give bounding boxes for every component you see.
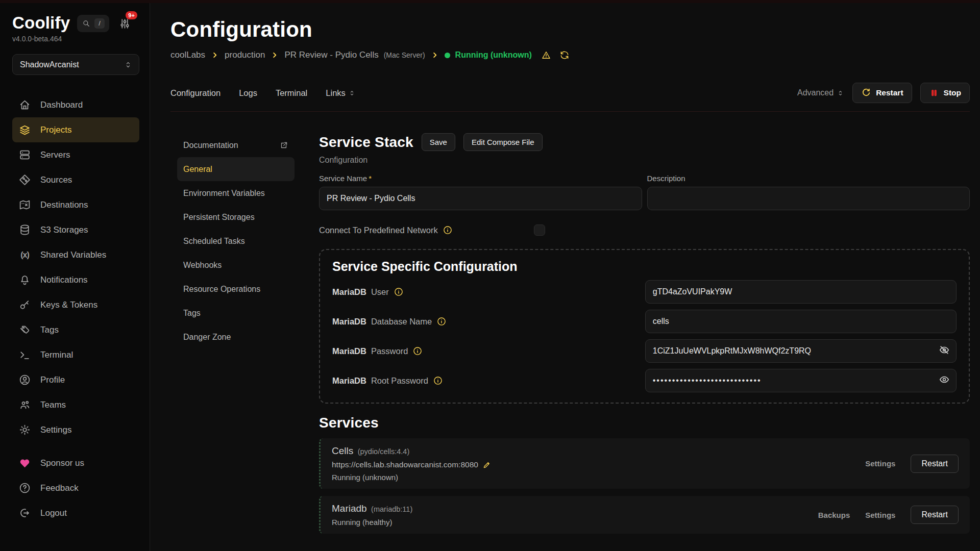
subnav-item-tags[interactable]: Tags	[177, 301, 295, 325]
search-icon	[82, 19, 91, 28]
sidebar-item-sponsor[interactable]: Sponsor us	[12, 450, 139, 475]
service-name-row: Mariadb (mariadb:11)	[332, 503, 412, 514]
breadcrumb-project[interactable]: coolLabs	[170, 50, 205, 60]
subnav-item-scheduled-tasks[interactable]: Scheduled Tasks	[177, 229, 295, 253]
sidebar-item-dashboard[interactable]: Dashboard	[12, 92, 139, 117]
sidebar-item-logout[interactable]: Logout	[12, 500, 139, 525]
map-icon	[18, 198, 31, 211]
sidebar-item-label: Servers	[40, 150, 70, 160]
subnav-label: Webhooks	[183, 261, 222, 270]
subnav-item-resource-operations[interactable]: Resource Operations	[177, 277, 295, 301]
tab-links-label: Links	[326, 88, 346, 98]
tab-terminal[interactable]: Terminal	[276, 88, 307, 98]
notifications-filter-button[interactable]: 9+	[118, 17, 131, 32]
subnav-item-documentation[interactable]: Documentation	[177, 133, 295, 157]
gear-icon	[18, 423, 31, 436]
tab-actions: Advanced Restart Stop	[797, 83, 970, 103]
info-icon[interactable]	[436, 316, 447, 327]
sidebar-item-terminal[interactable]: Terminal	[12, 342, 139, 367]
page-title: Configuration	[170, 17, 970, 42]
mariadb-root-password-input[interactable]	[645, 369, 957, 392]
info-icon[interactable]	[433, 375, 443, 386]
subnav-item-persistent-storages[interactable]: Persistent Storages	[177, 205, 295, 229]
subnav-item-danger-zone[interactable]: Danger Zone	[177, 325, 295, 349]
service-url-link[interactable]: https://cells.lab.shadowarcanist.com:808…	[332, 460, 478, 469]
sidebar-item-servers[interactable]: Servers	[12, 142, 139, 167]
info-icon[interactable]	[443, 225, 453, 235]
sidebar-item-tags[interactable]: Tags	[12, 317, 139, 342]
mariadb-user-input[interactable]	[645, 280, 957, 304]
service-name-field-group: Service Name*	[319, 174, 642, 210]
search-button[interactable]: /	[77, 15, 109, 32]
sidebar-item-teams[interactable]: Teams	[12, 392, 139, 417]
terminal-icon	[18, 348, 31, 361]
tab-bar: Configuration Logs Terminal Links Advanc…	[170, 83, 970, 112]
stop-button[interactable]: Stop	[920, 83, 970, 103]
database-icon	[18, 223, 31, 236]
advanced-dropdown[interactable]: Advanced	[797, 88, 844, 97]
sidebar-item-keys-tokens[interactable]: Keys & Tokens	[12, 292, 139, 317]
sidebar-item-feedback[interactable]: Feedback	[12, 475, 139, 500]
mariadb-password-input[interactable]	[645, 339, 957, 363]
sidebar-item-label: Notifications	[40, 275, 88, 285]
edit-link-icon[interactable]	[482, 460, 492, 469]
section-title: Service Stack	[319, 134, 413, 151]
predefined-network-checkbox[interactable]	[534, 224, 545, 236]
subnav-item-general[interactable]: General	[177, 157, 295, 181]
external-link-icon	[279, 141, 288, 150]
sidebar-header: Coolify / 9+	[12, 13, 139, 33]
eye-icon	[939, 374, 950, 385]
description-input[interactable]	[647, 187, 970, 210]
tab-logs[interactable]: Logs	[239, 88, 257, 98]
service-actions: Backups Settings Restart	[818, 506, 959, 524]
sidebar-item-label: Shared Variables	[40, 250, 106, 260]
service-settings-link[interactable]: Settings	[865, 459, 895, 468]
service-url-row: https://cells.lab.shadowarcanist.com:808…	[332, 460, 492, 469]
sidebar-item-destinations[interactable]: Destinations	[12, 192, 139, 217]
breadcrumb-environment[interactable]: production	[225, 50, 265, 60]
show-password-button[interactable]	[939, 374, 950, 387]
service-restart-button[interactable]: Restart	[911, 506, 959, 524]
config-row-user: MariaDBUser	[332, 280, 957, 304]
service-settings-link[interactable]: Settings	[865, 511, 895, 519]
service-card-cells: Cells (pydio/cells:4.4) https://cells.la…	[319, 438, 970, 489]
restart-button[interactable]: Restart	[852, 83, 912, 103]
tab-links[interactable]: Links	[326, 88, 356, 98]
chevron-updown-icon	[124, 60, 133, 69]
service-restart-button[interactable]: Restart	[911, 455, 959, 473]
hide-password-button[interactable]	[939, 344, 950, 358]
stack-icon	[18, 123, 31, 136]
sidebar-item-settings[interactable]: Settings	[12, 417, 139, 442]
info-icon[interactable]	[412, 346, 423, 356]
service-backups-link[interactable]: Backups	[818, 511, 850, 519]
status-dot	[445, 53, 450, 58]
subnav-item-webhooks[interactable]: Webhooks	[177, 253, 295, 277]
sidebar-item-profile[interactable]: Profile	[12, 367, 139, 392]
main-content: Configuration coolLabs production PR Rev…	[150, 0, 980, 551]
sidebar-item-sources[interactable]: Sources	[12, 167, 139, 192]
save-button[interactable]: Save	[422, 133, 455, 151]
sidebar-item-notifications[interactable]: Notifications	[12, 267, 139, 292]
required-asterisk: *	[369, 174, 372, 183]
services-title: Services	[319, 415, 970, 431]
server-icon	[18, 148, 31, 161]
sidebar-item-s3-storages[interactable]: S3 Storages	[12, 217, 139, 242]
variables-icon: (x)	[18, 251, 31, 260]
info-icon[interactable]	[394, 287, 404, 297]
mariadb-database-name-input[interactable]	[645, 310, 957, 333]
service-card-mariadb: Mariadb (mariadb:11) Running (healthy) B…	[319, 496, 970, 534]
warning-triangle-icon[interactable]	[541, 50, 551, 60]
user-circle-icon	[18, 373, 31, 386]
refresh-status-icon[interactable]	[559, 50, 570, 60]
sidebar-item-label: Keys & Tokens	[40, 300, 97, 310]
sidebar-item-shared-variables[interactable]: (x) Shared Variables	[12, 242, 139, 267]
tab-configuration[interactable]: Configuration	[170, 88, 220, 98]
team-selector[interactable]: ShadowArcanist	[12, 54, 139, 75]
subnav-item-environment-variables[interactable]: Environment Variables	[177, 181, 295, 205]
edit-compose-file-button[interactable]: Edit Compose File	[463, 133, 543, 151]
breadcrumb-resource[interactable]: PR Review - Pydio Cells	[284, 50, 378, 60]
sidebar-item-projects[interactable]: Projects	[12, 117, 139, 142]
status-badge: Running (unknown)	[455, 51, 532, 60]
config-row-password: MariaDBPassword	[332, 339, 957, 363]
service-name-input[interactable]	[319, 187, 642, 210]
